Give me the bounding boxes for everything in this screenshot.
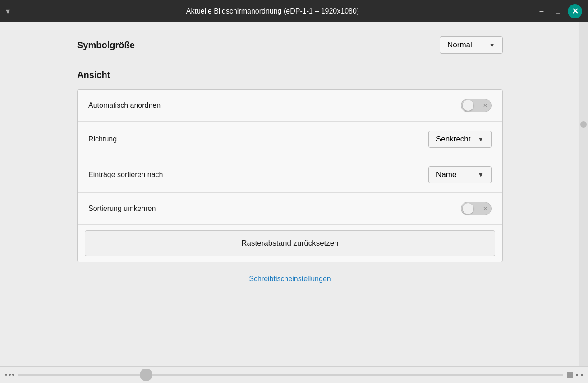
reset-button[interactable]: Rasterabstand zurücksetzen [85,230,495,256]
window-menu-icon[interactable]: ▾ [6,6,10,16]
toggle-knob-auto-arrange [463,100,473,111]
auto-arrange-label: Automatisch anordnen [88,101,161,109]
toggle-x-auto-arrange: ✕ [483,102,487,109]
richtung-dropdown-arrow: ▼ [478,136,484,143]
settings-row-richtung: Richtung Senkrecht ▼ [78,122,502,157]
main-window: ▾ Aktuelle Bildschirmanordnung (eDP-1-1 … [0,0,588,383]
close-button[interactable]: ✕ [568,4,582,18]
window-title: Aktuelle Bildschirmanordnung (eDP-1-1 – … [10,7,535,15]
bottom-right-dot-2 [581,374,583,376]
settings-box: Automatisch anordnen ✕ Richtung Senkrech… [77,89,503,262]
sort-dropdown-arrow: ▼ [478,171,484,178]
bottom-scrollbar [0,366,588,383]
bottom-scroll-left-dots [5,374,14,376]
bottom-scroll-thumb[interactable] [140,369,152,381]
reverse-sort-toggle[interactable]: ✕ [461,202,492,215]
main-layout: Symbolgröße Normal ▼ Ansicht Automatisch… [0,22,588,366]
bottom-dot-3 [12,374,14,376]
content-area: Symbolgröße Normal ▼ Ansicht Automatisch… [0,22,579,366]
bottom-right-dot-1 [576,374,578,376]
symbolgroesse-dropdown-arrow: ▼ [489,41,495,49]
ansicht-title: Ansicht [77,70,503,80]
symbolgroesse-value: Normal [447,41,472,50]
auto-arrange-toggle[interactable]: ✕ [461,99,492,112]
sort-dropdown[interactable]: Name ▼ [428,166,492,183]
settings-row-sort: Einträge sortieren nach Name ▼ [78,157,502,193]
richtung-value: Senkrecht [436,135,471,144]
sort-value: Name [436,170,456,179]
bottom-dot-1 [5,374,7,376]
symbolgroesse-label: Symbolgröße [77,40,135,50]
maximize-button[interactable]: □ [551,5,564,18]
titlebar-controls: – □ ✕ [535,4,582,18]
reverse-sort-label: Sortierung umkehren [88,205,156,213]
scrollbar-track[interactable] [579,22,588,366]
titlebar: ▾ Aktuelle Bildschirmanordnung (eDP-1-1 … [0,0,588,22]
minimize-button[interactable]: – [535,5,548,18]
settings-row-reverse-sort: Sortierung umkehren ✕ [78,193,502,225]
settings-row-auto-arrange: Automatisch anordnen ✕ [78,90,502,122]
bottom-dot-2 [9,374,11,376]
bottom-scroll-track[interactable] [18,374,563,376]
bottom-scroll-right [567,372,583,378]
richtung-dropdown[interactable]: Senkrecht ▼ [428,131,492,148]
toggle-x-reverse-sort: ✕ [483,205,487,212]
scrollbar-thumb[interactable] [580,121,587,128]
richtung-label: Richtung [88,135,117,143]
titlebar-left: ▾ [6,6,10,16]
settings-row-reset: Rasterabstand zurücksetzen [78,225,502,262]
symbolgroesse-dropdown[interactable]: Normal ▼ [440,36,503,54]
symbolgroesse-row: Symbolgröße Normal ▼ [77,36,503,54]
sort-label: Einträge sortieren nach [88,171,163,179]
bottom-right-btn-1[interactable] [567,372,573,378]
toggle-knob-reverse-sort [463,203,473,214]
desktop-settings-link[interactable]: Schreibtischeinstellungen [77,275,503,283]
